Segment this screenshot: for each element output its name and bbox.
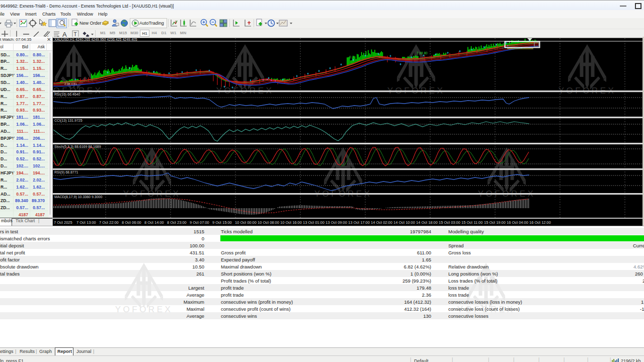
svg-text:9 Oct 07:00: 9 Oct 07:00 — [190, 220, 209, 225]
svg-text:Stoch(5,3,3) 88.6169 86.1689: Stoch(5,3,3) 88.6169 86.1689 — [54, 145, 101, 149]
svg-text:7 Oct 13:00: 7 Oct 13:00 — [76, 220, 96, 225]
svg-text:RSI(9) 68.8771: RSI(9) 68.8771 — [54, 170, 78, 174]
svg-text:10 Oct 08:00: 10 Oct 08:00 — [258, 220, 279, 225]
svg-text:13 Oct 01:00: 13 Oct 01:00 — [303, 220, 325, 225]
svg-text:9 Oct 15:00: 9 Oct 15:00 — [212, 220, 232, 225]
svg-text:CCI(13) 131.9725: CCI(13) 131.9725 — [54, 119, 83, 123]
svg-text:7 Oct 22:00: 7 Oct 22:00 — [99, 220, 119, 225]
svg-text:10 Oct 00:00: 10 Oct 00:00 — [235, 220, 257, 225]
svg-text:8 Oct 06:00: 8 Oct 06:00 — [122, 220, 141, 225]
svg-text:0.9: 0.9 — [349, 55, 354, 59]
svg-text:15 Oct 11:00: 15 Oct 11:00 — [461, 220, 482, 225]
svg-text:15 Oct 03:00: 15 Oct 03:00 — [439, 220, 460, 225]
svg-text:14 Oct 18:00: 14 Oct 18:00 — [416, 220, 438, 225]
svg-text:15 Oct 19:00: 15 Oct 19:00 — [484, 220, 506, 225]
svg-text:16 Oct 04:00: 16 Oct 04:00 — [507, 220, 528, 225]
svg-text:2.38 0.61: 2.38 0.61 — [64, 82, 77, 85]
svg-text:16 Oct 12:00: 16 Oct 12:00 — [529, 220, 551, 225]
svg-text:10 Oct 16:00: 10 Oct 16:00 — [280, 220, 302, 225]
svg-text:7 Oct 2025: 7 Oct 2025 — [54, 220, 72, 225]
svg-text:T: T — [74, 32, 77, 37]
svg-text:13 Oct 17:00: 13 Oct 17:00 — [348, 220, 370, 225]
svg-text:7.98 80: 7.98 80 — [417, 51, 428, 55]
svg-text:RSI(16) 66.4640: RSI(16) 66.4640 — [54, 93, 80, 97]
svg-text:14 Oct 02:00: 14 Oct 02:00 — [371, 220, 392, 225]
svg-text:MACD(8,17,9) 10.3360 9.3000: MACD(8,17,9) 10.3360 9.3000 — [54, 195, 102, 199]
svg-text:1.73: 1.73 — [126, 67, 132, 70]
svg-text:XAUUSD,H1 4240.265 4249.950 4: XAUUSD,H1 4240.265 4249.950 4236.425 424… — [54, 38, 137, 41]
svg-text:14 Oct 10:00: 14 Oct 10:00 — [393, 220, 415, 225]
svg-text:8 Oct 14:00: 8 Oct 14:00 — [144, 220, 164, 225]
svg-text:8 Oct 23:00: 8 Oct 23:00 — [167, 220, 187, 225]
svg-text:13 Oct 09:00: 13 Oct 09:00 — [326, 220, 347, 225]
